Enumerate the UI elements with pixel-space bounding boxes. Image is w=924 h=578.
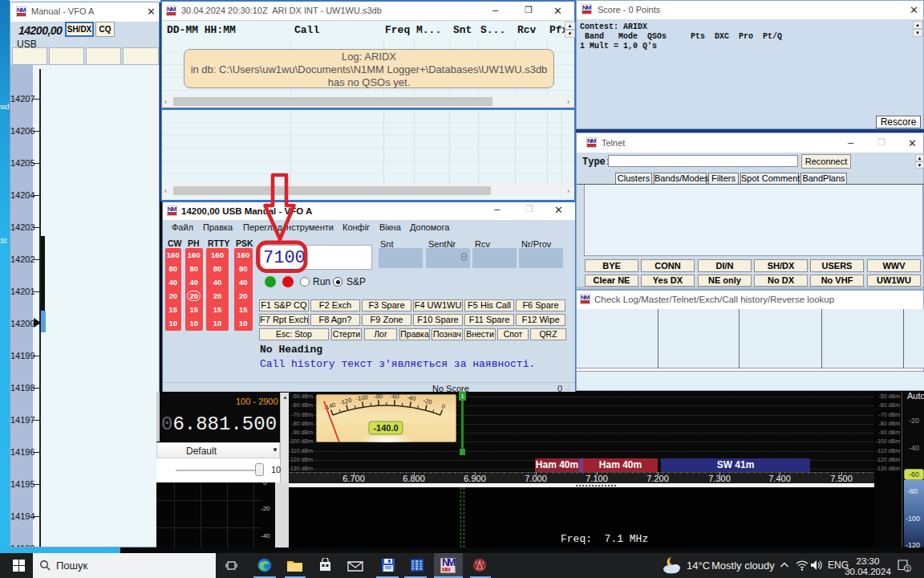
svg-text:-80: -80 [374, 394, 383, 401]
svg-text:-60: -60 [391, 394, 399, 401]
svg-text:-140.0: -140.0 [373, 423, 398, 433]
svg-text:1: 1 [906, 565, 909, 572]
svg-text:-40: -40 [407, 394, 416, 402]
